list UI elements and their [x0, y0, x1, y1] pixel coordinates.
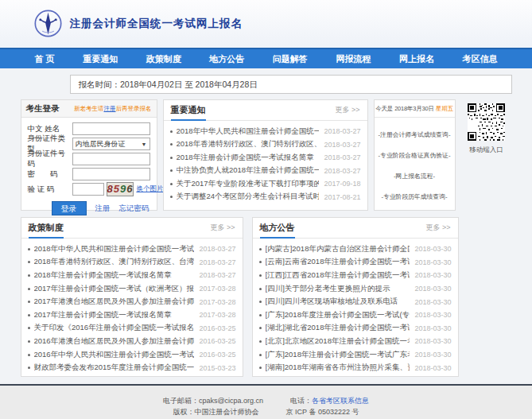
list-item[interactable]: [江西]江西省2018年注册会计师全国统一考试报名简章2018-03-30 — [259, 269, 452, 282]
more-link[interactable]: 更多 >> — [425, 223, 450, 233]
register-button[interactable]: 注册 — [95, 204, 111, 214]
list-item[interactable]: 2018年注册会计师全国统一考试报名简章2018-03-27 — [170, 151, 361, 165]
news-title[interactable]: [湖南]2018年湖南省各市州注协照片采集、资格审核地址... — [266, 363, 410, 373]
news-title[interactable]: 2018年香港特别行政区、澳门特别行政区、台湾地区居民及... — [34, 257, 195, 267]
bullet-icon — [170, 196, 173, 198]
news-title[interactable]: 2018年注册会计师全国统一考试报名简章 — [34, 270, 195, 281]
list-item[interactable]: 2018年注册会计师全国统一考试报名简章2018-03-27 — [28, 269, 236, 282]
captcha-char: 9 — [120, 183, 126, 196]
nav-item-process[interactable]: 网报流程 — [332, 49, 374, 68]
phone-label: 电话： — [290, 397, 312, 405]
list-item[interactable]: 2017年注册会计师全国统一考试（欧洲考区）报名简章2017-03-28 — [28, 282, 236, 296]
list-item[interactable]: [湖北]湖北省2018年注册会计师全国统一考试报名简章2018-03-30 — [259, 322, 452, 336]
nav-item-home[interactable]: 首 页 — [32, 49, 58, 68]
forgot-password-link[interactable]: 忘记密码 — [119, 204, 150, 214]
list-item[interactable]: 2018年香港特别行政区、澳门特别行政区、台湾地区居民及...2018-03-2… — [170, 138, 361, 152]
list-item[interactable]: [广东]2018年度注册会计师全国统一考试(专业阶段)广...2018-03-3… — [259, 308, 452, 322]
news-title[interactable]: 关于调整24个考区部分考生会计科目考试时间的通告 — [177, 192, 320, 202]
news-title[interactable]: 2018年注册会计师全国统一考试报名简章 — [177, 153, 320, 163]
news-title[interactable]: 2017年注册会计师全国统一考试（欧洲考区）报名简章 — [34, 284, 195, 294]
top-header: 注册会计师全国统一考试网上报名 — [0, 0, 532, 48]
news-title[interactable]: [江西]江西省2018年注册会计师全国统一考试报名简章 — [266, 270, 410, 281]
id-type-select[interactable]: 内地居民身份证 ▼ — [72, 138, 150, 150]
today-date: 今天是 2018年3月30日 星期五 — [375, 100, 455, 118]
login-button[interactable]: 登录 — [52, 201, 87, 215]
list-item[interactable]: 2017年港澳台地区居民及外国人参加注册会计师全国统一考...2017-03-2… — [28, 295, 236, 308]
news-title[interactable]: 中注协负责人就2018年注册会计师全国统一考试报名相关事... — [177, 165, 320, 176]
captcha-input[interactable] — [72, 183, 104, 196]
more-link[interactable]: 更多 >> — [335, 105, 359, 115]
list-item[interactable]: 2016年中华人民共和国注册会计师全国统一考试（欧洲考区...2016-03-2… — [28, 348, 236, 362]
score-query-link[interactable]: -注册会计师考试成绩查询- — [375, 130, 455, 139]
bullet-icon — [170, 183, 173, 185]
nav-item-faq[interactable]: 问题解答 — [270, 49, 311, 68]
chevron-down-icon: ▼ — [142, 142, 147, 147]
id-number-input[interactable] — [72, 153, 150, 165]
email-value: cpaks@cicpa.org.cn — [199, 397, 263, 405]
news-date: 2018-03-30 — [414, 245, 451, 253]
news-date: 2018-03-27 — [199, 271, 235, 279]
list-item[interactable]: 2018年中华人民共和国注册会计师全国统一考试（欧洲考区...2018-03-2… — [28, 242, 236, 256]
list-item[interactable]: [内蒙古]2018年内蒙古自治区注册会计师全国统一考试报...2018-03-3… — [259, 242, 452, 256]
news-title[interactable]: 2018年中华人民共和国注册会计师全国统一考试（欧洲考区... — [177, 126, 320, 137]
news-title[interactable]: 财政部考委会发布2015年度注册会计师全国统一考试（欧洲... — [34, 363, 195, 373]
news-title[interactable]: 关于2017年专业阶段准考证下载打印事项的提醒 — [177, 179, 320, 189]
exam-area-contact-link[interactable]: 各省考区联系信息 — [312, 397, 369, 405]
register-link-inline[interactable]: 注册 — [104, 105, 116, 112]
news-title[interactable]: 2017年注册会计师全国统一考试报名简章 — [34, 310, 195, 320]
news-date: 2016-03-25 — [199, 324, 235, 332]
list-item[interactable]: [四川]四川考区现场审核地址及联系电话2018-03-30 — [259, 295, 452, 308]
name-input[interactable] — [72, 122, 150, 135]
news-title[interactable]: 2018年香港特别行政区、澳门特别行政区、台湾地区居民及... — [177, 139, 320, 149]
nav-item-signup[interactable]: 网上报名 — [396, 49, 437, 68]
history-score-link[interactable]: -专业阶段历年成绩查询- — [375, 192, 455, 201]
nav-item-examarea[interactable]: 考区信息 — [460, 49, 501, 68]
list-item[interactable]: 财政部考委会发布2015年度注册会计师全国统一考试（欧洲...2015-03-2… — [28, 361, 236, 374]
list-item[interactable]: [湖南]2018年湖南省各市州注协照片采集、资格审核地址...2018-03-3… — [259, 361, 452, 374]
news-title[interactable]: [四川]关于部分老考生更换照片的提示 — [266, 284, 410, 294]
list-item[interactable]: 2018年香港特别行政区、澳门特别行政区、台湾地区居民及...2018-03-2… — [28, 256, 236, 270]
process-link[interactable]: -网上报名流程- — [375, 172, 455, 180]
certificate-verify-link[interactable]: -专业阶段合格证真伪验证- — [375, 151, 455, 160]
news-title[interactable]: [湖北]湖北省2018年注册会计师全国统一考试报名简章 — [266, 323, 410, 333]
nav-item-policies[interactable]: 政策制度 — [143, 49, 184, 68]
news-date: 2017-03-28 — [199, 311, 235, 319]
password-input[interactable] — [72, 168, 150, 180]
nav-item-notices[interactable]: 重要通知 — [80, 49, 121, 68]
list-item[interactable]: [四川]关于部分老考生更换照片的提示2018-03-30 — [259, 282, 452, 296]
news-title[interactable]: 2016年港澳台地区居民及外国人参加注册会计师全国统一考... — [34, 336, 195, 347]
important-notices-title: 重要通知 — [171, 100, 206, 120]
news-title[interactable]: 2018年中华人民共和国注册会计师全国统一考试（欧洲考区... — [34, 244, 195, 254]
bullet-icon — [28, 314, 30, 316]
list-item[interactable]: 2018年中华人民共和国注册会计师全国统一考试（欧洲考区...2018-03-2… — [170, 125, 361, 138]
list-item[interactable]: [北京]北京地区2018年注册会计师全国统一考试报名实施...2018-03-3… — [259, 335, 452, 348]
captcha-char: 6 — [126, 183, 133, 196]
news-title[interactable]: 关于印发《2016年注册会计师全国统一考试报名简章》的通... — [34, 323, 195, 333]
news-title[interactable]: 2017年港澳台地区居民及外国人参加注册会计师全国统一考... — [34, 297, 195, 307]
main-nav: 首 页 重要通知 政策制度 地方公告 问题解答 网报流程 网上报名 考区信息 — [0, 48, 532, 68]
list-item[interactable]: 关于印发《2016年注册会计师全国统一考试报名简章》的通...2016-03-2… — [28, 322, 236, 336]
news-title[interactable]: [北京]北京地区2018年注册会计师全国统一考试报名实施... — [266, 336, 410, 347]
copyright-org: 中国注册会计师协会 — [195, 408, 259, 416]
news-title[interactable]: [四川]四川考区现场审核地址及联系电话 — [266, 297, 410, 307]
list-item[interactable]: 2016年港澳台地区居民及外国人参加注册会计师全国统一考...2016-03-2… — [28, 335, 236, 348]
news-title[interactable]: [广东]2018年注册会计师全国统一考试广东考区报名简章 — [266, 350, 410, 360]
bullet-icon — [170, 130, 173, 133]
list-item[interactable]: 中注协负责人就2018年注册会计师全国统一考试报名相关事...2018-03-2… — [170, 165, 361, 178]
news-title[interactable]: [内蒙古]2018年内蒙古自治区注册会计师全国统一考试报... — [266, 244, 410, 254]
list-item[interactable]: [云南]云南省2018年注册会计师全国统一考试报名简章2018-03-30 — [259, 256, 452, 270]
bullet-icon — [28, 261, 30, 263]
news-date: 2016-03-25 — [199, 351, 235, 359]
important-notices-panel: 重要通知 更多 >> 2018年中华人民共和国注册会计师全国统一考试（欧洲考区.… — [163, 99, 368, 211]
news-title[interactable]: [云南]云南省2018年注册会计师全国统一考试报名简章 — [266, 257, 410, 267]
nav-item-local[interactable]: 地方公告 — [206, 49, 247, 68]
news-title[interactable]: [广东]2018年度注册会计师全国统一考试(专业阶段)广... — [266, 310, 410, 320]
more-link[interactable]: 更多 >> — [210, 223, 235, 233]
list-item[interactable]: 2017年注册会计师全国统一考试报名简章2017-03-28 — [28, 308, 236, 322]
news-title[interactable]: 2016年中华人民共和国注册会计师全国统一考试（欧洲考区... — [34, 350, 195, 360]
list-item[interactable]: [广东]2018年注册会计师全国统一考试广东考区报名简章2018-03-30 — [259, 348, 452, 362]
captcha-image[interactable]: 8596 — [107, 182, 134, 196]
captcha-refresh-link[interactable]: 换个图片 — [136, 184, 163, 194]
list-item[interactable]: 关于2017年专业阶段准考证下载打印事项的提醒2017-09-18 — [170, 177, 361, 191]
list-item[interactable]: 关于调整24个考区部分考生会计科目考试时间的通告2017-08-21 — [170, 191, 361, 204]
